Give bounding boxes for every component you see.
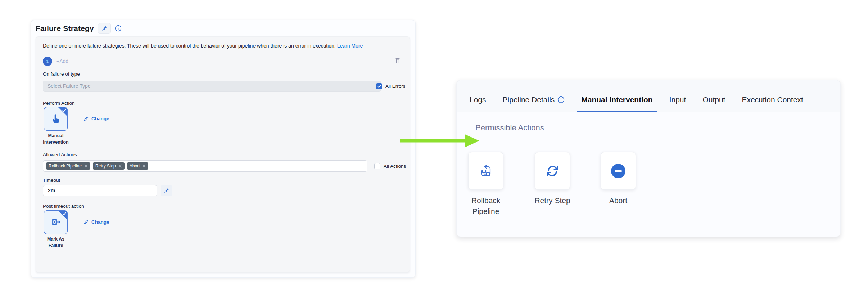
all-actions-label: All Actions [384, 163, 406, 169]
all-actions-checkbox-row: All Actions [374, 163, 406, 169]
tab-execution-context[interactable]: Execution Context [742, 95, 803, 112]
panel-title: Failure Strategy [36, 24, 94, 33]
pencil-icon [83, 219, 89, 225]
remove-tag-icon[interactable] [118, 164, 122, 168]
on-failure-of-type-label: On failure of type [43, 71, 80, 77]
strategy-list: 1 +Add [43, 57, 68, 66]
pin-icon [101, 26, 107, 31]
change-post-timeout-link[interactable]: Change [83, 219, 109, 225]
info-icon[interactable] [115, 25, 122, 32]
add-strategy-button[interactable]: +Add [56, 58, 68, 64]
allowed-actions-input[interactable]: Rollback Pipeline Retry Step Abort [43, 160, 367, 172]
perform-action-label: Perform Action [43, 100, 75, 106]
failure-strategy-form: Define one or more failure strategies. T… [36, 36, 410, 273]
step-details-panel: Logs Pipeline Details Manual Interventio… [456, 80, 841, 237]
tab-output[interactable]: Output [702, 95, 725, 112]
pencil-icon [83, 116, 89, 121]
all-errors-label: All Errors [385, 84, 406, 89]
strategy-index-badge[interactable]: 1 [43, 57, 52, 66]
check-icon [62, 108, 67, 113]
change-perform-action-link[interactable]: Change [83, 116, 109, 121]
post-timeout-action-card[interactable] [44, 210, 68, 234]
retry-step-action-card[interactable] [535, 152, 570, 190]
check-icon [377, 84, 381, 89]
all-actions-checkbox[interactable] [374, 163, 380, 169]
timeout-pin-button[interactable] [161, 185, 172, 196]
pin-icon [164, 188, 169, 193]
trash-icon [394, 57, 401, 64]
learn-more-link[interactable]: Learn More [337, 43, 363, 49]
remove-tag-icon[interactable] [142, 164, 146, 168]
perform-action-card[interactable] [44, 107, 68, 131]
rollback-pipeline-icon [478, 163, 494, 179]
action-label-retry-step: Retry Step [524, 195, 581, 206]
tag-retry-step: Retry Step [93, 162, 125, 170]
check-icon [62, 211, 67, 216]
abort-icon [610, 163, 627, 179]
timeout-input[interactable]: 2m [43, 185, 157, 196]
all-errors-checkbox[interactable] [376, 83, 382, 89]
retry-step-icon [544, 162, 561, 180]
delete-strategy-button[interactable] [394, 57, 402, 65]
description-text: Define one or more failure strategies. T… [43, 43, 363, 49]
failure-type-select[interactable]: Select Failure Type [43, 81, 381, 92]
pin-button[interactable] [98, 23, 111, 34]
post-timeout-action-label: Post timeout action [43, 203, 84, 209]
tab-logs[interactable]: Logs [470, 95, 486, 112]
tab-manual-intervention[interactable]: Manual Intervention [581, 95, 652, 112]
details-tab-bar: Logs Pipeline Details Manual Interventio… [457, 80, 840, 112]
failure-strategy-panel: Failure Strategy Define one or more fail… [31, 20, 416, 278]
info-icon [557, 96, 565, 103]
permissible-actions-heading: Permissible Actions [475, 123, 544, 132]
panel-header: Failure Strategy [36, 20, 122, 36]
rollback-pipeline-action-card[interactable] [468, 152, 503, 190]
timeout-label: Timeout [43, 178, 60, 183]
allowed-actions-label: Allowed Actions [43, 152, 77, 157]
action-label-abort: Abort [589, 195, 647, 206]
tag-rollback-pipeline: Rollback Pipeline [46, 162, 90, 170]
post-timeout-action-value: Mark As Failure [41, 236, 70, 249]
remove-tag-icon[interactable] [84, 164, 88, 168]
abort-action-card[interactable] [601, 152, 636, 190]
tab-pipeline-details[interactable]: Pipeline Details [503, 95, 565, 112]
tag-abort: Abort [127, 162, 149, 170]
perform-action-value: Manual Intervention [40, 133, 72, 145]
tab-input[interactable]: Input [669, 95, 686, 112]
all-errors-checkbox-row: All Errors [376, 83, 406, 89]
action-label-rollback-pipeline: Rollback Pipeline [464, 195, 507, 217]
